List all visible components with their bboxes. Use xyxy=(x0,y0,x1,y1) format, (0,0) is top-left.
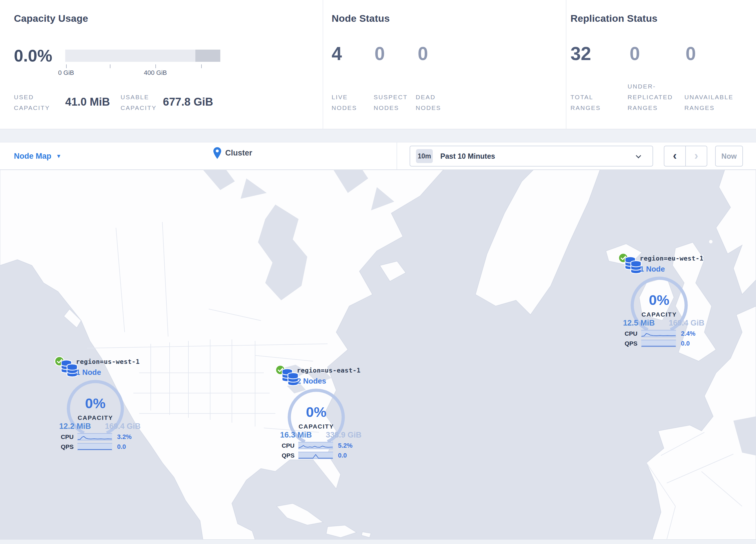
live-nodes-label: LIVE NODES xyxy=(332,92,365,113)
suspect-nodes-count: 0 xyxy=(375,43,385,64)
region-label: region=eu-west-1 xyxy=(640,255,704,262)
region-label: region=us-west-1 xyxy=(76,358,140,365)
cpu-label: CPU xyxy=(275,442,295,449)
live-nodes-count: 4 xyxy=(332,43,342,64)
time-step-forward-button[interactable]: › xyxy=(686,146,707,166)
used-capacity: 12.5 MiB xyxy=(614,319,664,328)
under-replicated-label: UNDER-REPLICATED RANGES xyxy=(628,81,680,113)
usable-capacity-value: 677.8 GiB xyxy=(163,96,213,108)
capacity-gauge-label: CAPACITY xyxy=(66,414,124,421)
capacity-gauge-label: CAPACITY xyxy=(287,423,345,430)
total-ranges-count: 32 xyxy=(570,43,591,64)
toolbar-divider xyxy=(397,142,397,169)
dead-nodes-count: 0 xyxy=(418,43,428,64)
qps-value: 0.0 xyxy=(117,443,126,451)
used-capacity-label: USED CAPACITY xyxy=(14,92,65,113)
breadcrumb[interactable]: Cluster xyxy=(213,147,252,159)
map-marker-eu-west-1[interactable]: region=eu-west-1 1 Node 0% CAPACITY 12.5… xyxy=(618,252,708,350)
time-range-selector[interactable]: 10m Past 10 Minutes xyxy=(410,146,653,166)
qps-sparkline xyxy=(77,443,112,451)
used-capacity: 16.3 MiB xyxy=(271,431,321,440)
cluster-summary-band: Capacity Usage 0.0% 0 GiB 400 GiB USED C… xyxy=(0,0,756,129)
region-label: region=us-east-1 xyxy=(297,367,361,374)
qps-sparkline xyxy=(641,340,676,347)
time-step-buttons: ‹ › xyxy=(664,146,707,166)
cpu-label: CPU xyxy=(618,330,637,338)
chevron-down-icon xyxy=(636,153,641,158)
cpu-value: 5.2% xyxy=(338,442,352,449)
cpu-sparkline xyxy=(298,442,333,449)
node-map: region=us-west-1 1 Node 0% CAPACITY 12.2… xyxy=(0,170,756,540)
unavailable-ranges-label: UNAVAILABLE RANGES xyxy=(684,92,742,113)
database-stack-icon xyxy=(282,369,299,387)
capacity-gauge-label: CAPACITY xyxy=(630,311,688,318)
capacity-axis-label-400: 400 GiB xyxy=(139,69,171,77)
used-capacity: 12.2 MiB xyxy=(50,422,100,431)
suspect-nodes-label: SUSPECT NODES xyxy=(374,92,413,113)
panel-divider xyxy=(566,0,566,129)
cpu-sparkline xyxy=(77,433,112,441)
capacity-gauge-percent: 0% xyxy=(287,404,345,420)
time-range-label: Past 10 Minutes xyxy=(440,146,495,166)
total-capacity: 338.9 GiB xyxy=(318,431,369,440)
now-button[interactable]: Now xyxy=(715,146,743,166)
capacity-axis-tick xyxy=(155,64,156,68)
capacity-gauge-percent: 0% xyxy=(630,292,688,308)
qps-value: 0.0 xyxy=(681,340,690,347)
node-count-link[interactable]: 1 Node xyxy=(640,264,665,274)
dead-nodes-label: DEAD NODES xyxy=(416,92,449,113)
view-selector-label: Node Map xyxy=(14,152,51,161)
capacity-percent: 0.0% xyxy=(14,46,52,65)
map-marker-us-west-1[interactable]: region=us-west-1 1 Node 0% CAPACITY 12.2… xyxy=(54,356,144,453)
cpu-label: CPU xyxy=(54,433,74,441)
map-toolbar: Node Map ▾ Cluster 10m Past 10 Minutes ‹… xyxy=(0,142,756,170)
capacity-bar-reserved-segment xyxy=(195,50,220,62)
qps-sparkline xyxy=(298,452,333,459)
node-status-title: Node Status xyxy=(332,13,390,24)
database-stack-icon xyxy=(61,360,78,378)
panel-divider xyxy=(323,0,323,129)
capacity-axis-tick xyxy=(66,64,67,68)
capacity-axis-label-0: 0 GiB xyxy=(50,69,82,77)
chevron-down-icon: ▾ xyxy=(57,152,60,160)
node-count-link[interactable]: 2 Nodes xyxy=(297,377,326,386)
time-step-back-button[interactable]: ‹ xyxy=(664,146,686,166)
time-range-badge: 10m xyxy=(416,149,433,163)
qps-label: QPS xyxy=(275,452,295,459)
node-count-link[interactable]: 1 Node xyxy=(76,368,101,377)
view-selector-dropdown[interactable]: Node Map ▾ xyxy=(14,149,60,163)
cpu-value: 2.4% xyxy=(681,330,695,338)
unavailable-ranges-count: 0 xyxy=(686,43,696,64)
total-capacity: 169.4 GiB xyxy=(97,422,148,431)
world-map xyxy=(0,170,756,540)
capacity-usage-title: Capacity Usage xyxy=(14,13,88,24)
capacity-axis-tick xyxy=(110,64,110,68)
qps-label: QPS xyxy=(618,340,637,347)
total-capacity: 169.4 GiB xyxy=(661,319,712,328)
capacity-gauge-percent: 0% xyxy=(66,395,124,411)
database-stack-icon xyxy=(625,256,641,275)
cpu-sparkline xyxy=(641,330,676,338)
qps-value: 0.0 xyxy=(338,452,347,459)
qps-label: QPS xyxy=(54,443,74,451)
capacity-bar xyxy=(65,50,220,62)
cpu-value: 3.2% xyxy=(117,433,132,441)
under-replicated-count: 0 xyxy=(630,43,640,64)
capacity-axis-tick xyxy=(201,64,202,68)
breadcrumb-cluster: Cluster xyxy=(225,148,252,157)
replication-status-title: Replication Status xyxy=(570,13,657,24)
map-pin-icon xyxy=(213,147,221,159)
total-ranges-label: TOTAL RANGES xyxy=(570,92,610,113)
used-capacity-value: 41.0 MiB xyxy=(65,96,110,108)
map-marker-us-east-1[interactable]: region=us-east-1 2 Nodes 0% CAPACITY 16.… xyxy=(275,365,365,462)
